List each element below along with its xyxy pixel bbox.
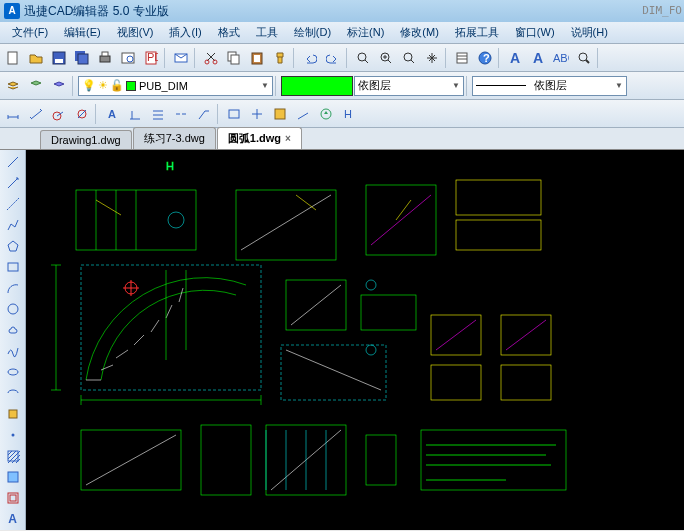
svg-text:H: H [166, 160, 174, 172]
redo-button[interactable] [322, 47, 344, 69]
mtext-button[interactable]: ABC [550, 47, 572, 69]
zoom-realtime-button[interactable] [375, 47, 397, 69]
chevron-down-icon: ▼ [452, 81, 460, 90]
spline-tool[interactable] [3, 341, 23, 360]
dim-aligned-button[interactable] [25, 103, 47, 125]
svg-point-34 [8, 369, 18, 375]
cut-button[interactable] [200, 47, 222, 69]
dim-edit-button[interactable] [269, 103, 291, 125]
menu-edit[interactable]: 编辑(E) [56, 23, 109, 42]
circle-tool[interactable] [3, 299, 23, 318]
layer-states-button[interactable] [25, 75, 47, 97]
separator [597, 48, 601, 68]
text-a2-button[interactable]: A [527, 47, 549, 69]
menu-dimension[interactable]: 标注(N) [339, 23, 392, 42]
gradient-tool[interactable] [3, 467, 23, 486]
new-button[interactable] [2, 47, 24, 69]
layer-combo[interactable]: 💡 ☀ 🔓 PUB_DIM ▼ [78, 76, 273, 96]
dim-linear-button[interactable] [2, 103, 24, 125]
region-tool[interactable] [3, 488, 23, 507]
zoom-previous-button[interactable] [398, 47, 420, 69]
point-tool[interactable] [3, 425, 23, 444]
dim-radius-button[interactable] [48, 103, 70, 125]
svg-rect-17 [254, 55, 260, 62]
pan-button[interactable] [421, 47, 443, 69]
find-button[interactable] [573, 47, 595, 69]
rectangle-tool[interactable] [3, 257, 23, 276]
close-icon[interactable]: × [285, 133, 291, 144]
menu-help[interactable]: 说明(H) [563, 23, 616, 42]
tab-practice[interactable]: 练习7-3.dwg [133, 127, 216, 149]
revision-cloud-tool[interactable] [3, 320, 23, 339]
line-tool[interactable] [3, 152, 23, 171]
preview-button[interactable] [117, 47, 139, 69]
tab-arc[interactable]: 圆弧1.dwg× [217, 127, 302, 149]
dim-ordinate-button[interactable] [124, 103, 146, 125]
svg-rect-15 [231, 55, 239, 64]
menu-tools[interactable]: 工具 [248, 23, 286, 42]
pdf-button[interactable]: PDF [140, 47, 162, 69]
help-button[interactable]: ? [474, 47, 496, 69]
svg-rect-61 [421, 430, 566, 490]
menu-draw[interactable]: 绘制(D) [286, 23, 339, 42]
block-tool[interactable] [3, 404, 23, 423]
dim-continue-button[interactable] [170, 103, 192, 125]
polyline-tool[interactable] [3, 215, 23, 234]
layer-dropdown-button[interactable] [48, 75, 70, 97]
drawing-canvas[interactable]: H [26, 150, 684, 530]
saveall-button[interactable] [71, 47, 93, 69]
separator [293, 48, 297, 68]
chevron-down-icon: ▼ [261, 81, 269, 90]
polygon-tool[interactable] [3, 236, 23, 255]
open-button[interactable] [25, 47, 47, 69]
bylayer-color-combo[interactable]: 依图层 ▼ [354, 76, 464, 96]
titlebar: A 迅捷CAD编辑器 5.0 专业版 [0, 0, 684, 22]
svg-rect-52 [281, 345, 386, 400]
dim-angular-button[interactable]: A [101, 103, 123, 125]
menu-insert[interactable]: 插入(I) [161, 23, 209, 42]
copy-button[interactable] [223, 47, 245, 69]
menu-file[interactable]: 文件(F) [4, 23, 56, 42]
properties-button[interactable] [451, 47, 473, 69]
tolerance-button[interactable] [223, 103, 245, 125]
menu-format[interactable]: 格式 [210, 23, 248, 42]
save-button[interactable] [48, 47, 70, 69]
ellipse-arc-tool[interactable] [3, 383, 23, 402]
color-swatch-green[interactable] [281, 76, 353, 96]
svg-rect-21 [457, 53, 467, 63]
zoom-window-button[interactable] [352, 47, 374, 69]
separator [72, 76, 76, 96]
undo-button[interactable] [299, 47, 321, 69]
separator [346, 48, 350, 68]
menu-view[interactable]: 视图(V) [109, 23, 162, 42]
arc-tool[interactable] [3, 278, 23, 297]
email-button[interactable] [170, 47, 192, 69]
dim-diameter-button[interactable] [71, 103, 93, 125]
ray-tool[interactable] [3, 173, 23, 192]
center-mark-button[interactable] [246, 103, 268, 125]
xline-tool[interactable] [3, 194, 23, 213]
svg-rect-28 [229, 110, 239, 118]
bylayer-color-label: 依图层 [358, 78, 391, 93]
svg-rect-6 [102, 52, 108, 56]
dim-textedit-button[interactable]: H [338, 103, 360, 125]
paste-button[interactable] [246, 47, 268, 69]
leader-button[interactable] [193, 103, 215, 125]
menu-modify[interactable]: 修改(M) [392, 23, 447, 42]
text-a-button[interactable]: A [504, 47, 526, 69]
bylayer-linetype-combo[interactable]: 依图层 ▼ [472, 76, 627, 96]
tab-drawing1[interactable]: Drawing1.dwg [40, 130, 132, 149]
mtext-tool[interactable]: A [3, 509, 23, 528]
layer-props-button[interactable] [2, 75, 24, 97]
print-button[interactable] [94, 47, 116, 69]
format-painter-button[interactable] [269, 47, 291, 69]
sun-icon: ☀ [98, 79, 108, 92]
menu-window[interactable]: 窗口(W) [507, 23, 563, 42]
lock-icon: 🔓 [110, 79, 124, 92]
ellipse-tool[interactable] [3, 362, 23, 381]
hatch-tool[interactable] [3, 446, 23, 465]
dim-oblique-button[interactable] [292, 103, 314, 125]
menu-extend[interactable]: 拓展工具 [447, 23, 507, 42]
dim-update-button[interactable] [315, 103, 337, 125]
dim-baseline-button[interactable] [147, 103, 169, 125]
